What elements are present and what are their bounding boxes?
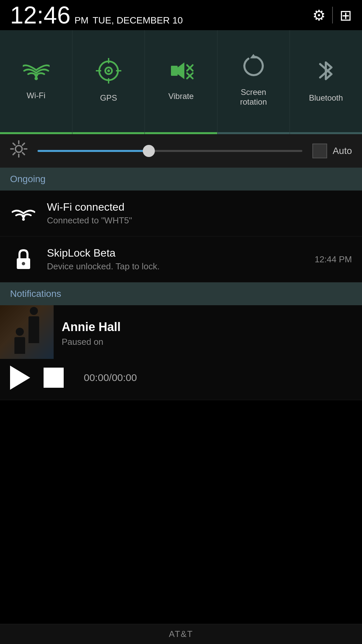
screen-rotation-bar bbox=[218, 132, 290, 134]
auto-brightness-toggle[interactable]: Auto bbox=[312, 144, 352, 158]
status-icons-group: ⚙ ⊞ bbox=[312, 7, 352, 24]
media-title: Annie Hall bbox=[62, 320, 354, 334]
bluetooth-bar bbox=[290, 132, 362, 134]
screen-rotation-label: Screen rotation bbox=[240, 88, 267, 107]
screen-rotation-icon bbox=[241, 53, 266, 82]
svg-point-3 bbox=[107, 69, 110, 72]
wifi-connected-icon bbox=[10, 200, 37, 227]
brightness-thumb[interactable] bbox=[143, 145, 155, 157]
toggle-gps[interactable]: GPS bbox=[72, 30, 145, 134]
grid-icon[interactable]: ⊞ bbox=[340, 7, 352, 24]
media-art bbox=[0, 305, 54, 359]
brightness-fill bbox=[38, 150, 149, 152]
skiplock-subtitle: Device unlocked. Tap to lock. bbox=[47, 261, 305, 272]
wifi-connected-title: Wi-Fi connected bbox=[47, 201, 352, 213]
svg-rect-8 bbox=[171, 66, 178, 76]
skiplock-title: SkipLock Beta bbox=[47, 247, 305, 259]
wifi-label: Wi-Fi bbox=[27, 91, 46, 101]
stop-button[interactable] bbox=[44, 368, 64, 388]
play-button[interactable] bbox=[10, 366, 30, 390]
media-top-row: Annie Hall Paused on bbox=[0, 305, 362, 359]
svg-point-0 bbox=[35, 77, 38, 80]
media-thumbnail bbox=[0, 305, 54, 359]
notifications-section-header: Notifications bbox=[0, 282, 362, 305]
carrier-name: AT&T bbox=[169, 629, 193, 639]
status-time-group: 12:46 PM TUE, DECEMBER 10 bbox=[10, 3, 183, 27]
brightness-icon bbox=[10, 140, 27, 162]
clock-time: 12:46 bbox=[10, 3, 70, 27]
media-notification[interactable]: Annie Hall Paused on 00:00/00:00 bbox=[0, 305, 362, 400]
media-controls: 00:00/00:00 bbox=[0, 359, 362, 400]
svg-point-25 bbox=[22, 262, 25, 265]
svg-line-20 bbox=[22, 153, 24, 155]
toggle-screen-rotation[interactable]: Screen rotation bbox=[218, 30, 290, 134]
toggle-wifi[interactable]: Wi-Fi bbox=[0, 30, 72, 134]
media-info-content: Annie Hall Paused on bbox=[54, 305, 362, 359]
toggle-bluetooth[interactable]: Bluetooth bbox=[290, 30, 362, 134]
svg-point-14 bbox=[15, 146, 22, 152]
skiplock-time: 12:44 PM bbox=[315, 254, 352, 265]
wifi-bar bbox=[0, 132, 72, 134]
svg-line-21 bbox=[22, 143, 24, 145]
media-subtitle: Paused on bbox=[62, 337, 354, 347]
figure-1 bbox=[14, 328, 25, 354]
settings-icon[interactable]: ⚙ bbox=[312, 7, 325, 24]
ongoing-section-header: Ongoing bbox=[0, 168, 362, 191]
auto-label: Auto bbox=[333, 146, 352, 156]
brightness-slider[interactable] bbox=[38, 150, 302, 152]
wifi-connected-content: Wi-Fi connected Connected to "WHT5" bbox=[47, 201, 352, 226]
vibrate-label: Vibrate bbox=[168, 92, 194, 101]
status-date: TUE, DECEMBER 10 bbox=[93, 15, 183, 26]
notification-wifi-connected[interactable]: Wi-Fi connected Connected to "WHT5" bbox=[0, 191, 362, 236]
auto-checkbox[interactable] bbox=[312, 144, 327, 158]
skiplock-icon bbox=[10, 246, 37, 273]
media-time-display: 00:00/00:00 bbox=[84, 372, 137, 383]
wifi-connected-subtitle: Connected to "WHT5" bbox=[47, 215, 352, 226]
gps-icon bbox=[95, 57, 122, 88]
gps-label: GPS bbox=[100, 93, 117, 103]
carrier-bar: AT&T bbox=[0, 624, 362, 644]
figure-2 bbox=[28, 307, 39, 354]
svg-line-19 bbox=[13, 143, 15, 145]
vibrate-icon bbox=[168, 59, 194, 86]
wifi-icon bbox=[23, 60, 50, 86]
vibrate-bar bbox=[145, 132, 217, 134]
bluetooth-icon bbox=[317, 57, 335, 88]
toggle-vibrate[interactable]: Vibrate bbox=[145, 30, 217, 134]
notification-skiplock[interactable]: SkipLock Beta Device unlocked. Tap to lo… bbox=[0, 236, 362, 282]
bluetooth-label: Bluetooth bbox=[309, 93, 343, 103]
svg-point-23 bbox=[22, 218, 25, 221]
quick-toggles-panel: Wi-Fi GPS bbox=[0, 30, 362, 134]
gps-bar bbox=[72, 132, 144, 134]
status-divider bbox=[332, 7, 333, 23]
movie-figures bbox=[14, 307, 39, 357]
brightness-row: Auto bbox=[0, 134, 362, 168]
clock-ampm: PM bbox=[74, 15, 88, 26]
status-bar: 12:46 PM TUE, DECEMBER 10 ⚙ ⊞ bbox=[0, 0, 362, 30]
skiplock-content: SkipLock Beta Device unlocked. Tap to lo… bbox=[47, 247, 305, 272]
svg-line-22 bbox=[13, 153, 15, 155]
